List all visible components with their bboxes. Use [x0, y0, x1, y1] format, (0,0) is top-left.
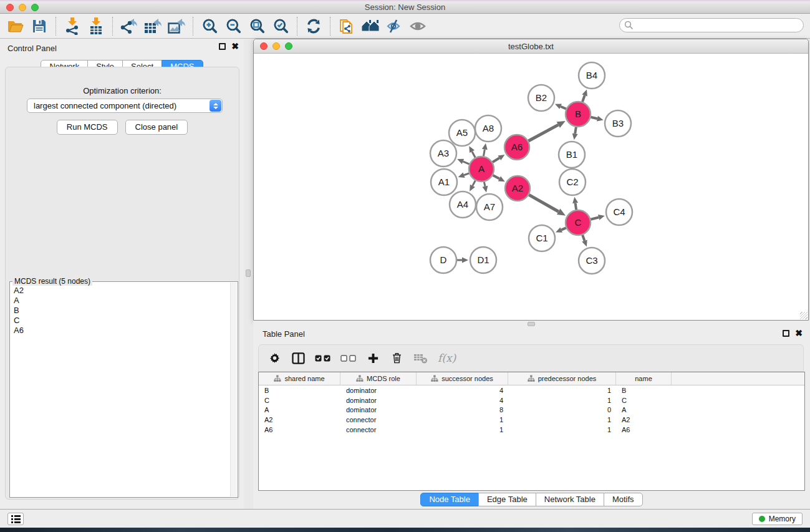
cell-successor-nodes[interactable]: 8: [417, 406, 508, 414]
add-column-button[interactable]: [366, 351, 380, 365]
cell-successor-nodes[interactable]: 1: [417, 426, 508, 433]
graph-edge-A-A8[interactable]: [484, 150, 485, 157]
minimize-view-button[interactable]: [272, 42, 280, 50]
cell-predecessor-nodes[interactable]: 1: [508, 397, 616, 404]
search-input[interactable]: [619, 18, 804, 32]
graph-edge-A-A3[interactable]: [463, 162, 469, 164]
cell-shared-name[interactable]: A2: [259, 416, 340, 423]
show-graphics-details-button[interactable]: [406, 16, 430, 37]
function-builder-button[interactable]: f(x): [438, 351, 456, 365]
hide-graphics-details-button[interactable]: [382, 16, 406, 37]
mcds-result-item[interactable]: A2: [11, 286, 229, 296]
select-all-button[interactable]: [315, 351, 330, 365]
graph-edge-C-C4[interactable]: [591, 217, 599, 219]
graph-edge-A-A7[interactable]: [484, 182, 485, 186]
import-network-button[interactable]: [60, 16, 84, 37]
graph-edge-B-B1[interactable]: [575, 127, 576, 134]
cell-name[interactable]: B: [616, 387, 672, 394]
cell-successor-nodes[interactable]: 1: [417, 416, 508, 423]
task-history-button[interactable]: [7, 513, 24, 525]
zoom-view-button[interactable]: [285, 42, 292, 50]
cell-MCDS-role[interactable]: connector: [340, 426, 417, 433]
table-row[interactable]: Bdominator41B: [259, 385, 804, 395]
export-image-button[interactable]: [165, 16, 188, 37]
splitter-handle[interactable]: [246, 269, 251, 277]
graph-edge-A-A2[interactable]: [493, 175, 499, 179]
memory-button[interactable]: Memory: [752, 513, 803, 525]
export-table-button[interactable]: [141, 16, 165, 37]
graph-edge-B-B4[interactable]: [582, 95, 585, 102]
refresh-button[interactable]: [302, 16, 325, 37]
close-window-button[interactable]: [6, 4, 14, 11]
cell-predecessor-nodes[interactable]: 1: [508, 426, 616, 433]
mcds-result-item[interactable]: C: [11, 316, 229, 326]
column-header-shared-name[interactable]: shared name: [259, 372, 340, 385]
minimize-window-button[interactable]: [19, 4, 26, 11]
zoom-selected-button[interactable]: [269, 16, 292, 37]
optimization-criterion-select[interactable]: largest connected component (directed): [27, 99, 223, 113]
float-panel-icon[interactable]: [219, 43, 226, 50]
graph-edge-A2-C[interactable]: [529, 195, 558, 211]
cell-name[interactable]: C: [616, 397, 672, 404]
graph-edge-C-C3[interactable]: [582, 235, 584, 241]
cell-shared-name[interactable]: A6: [259, 426, 340, 433]
cell-name[interactable]: A6: [616, 426, 672, 433]
open-folder-button[interactable]: [4, 16, 27, 37]
delete-column-button[interactable]: [390, 351, 403, 365]
float-panel-icon[interactable]: [783, 330, 789, 337]
zoom-window-button[interactable]: [31, 4, 39, 11]
column-header-name[interactable]: name: [616, 372, 672, 385]
table-row[interactable]: Cdominator41C: [259, 395, 804, 405]
graph-edge-C-C1[interactable]: [561, 228, 566, 230]
mcds-result-item[interactable]: A: [11, 296, 229, 306]
cell-MCDS-role[interactable]: connector: [340, 416, 417, 423]
zoom-fit-button[interactable]: [245, 16, 269, 37]
deselect-all-button[interactable]: [340, 351, 356, 365]
cell-name[interactable]: A2: [616, 416, 672, 423]
cell-name[interactable]: A: [616, 406, 672, 414]
settings-gear-button[interactable]: [268, 351, 281, 365]
graph-edge-A-A1[interactable]: [464, 173, 469, 175]
tab-motifs[interactable]: Motifs: [604, 493, 643, 506]
resize-grip[interactable]: [800, 312, 808, 319]
cell-predecessor-nodes[interactable]: 0: [508, 406, 616, 414]
table-row[interactable]: A2connector11A2: [259, 415, 804, 425]
cell-successor-nodes[interactable]: 4: [417, 387, 508, 394]
splitter-handle[interactable]: [528, 322, 535, 326]
network-canvas[interactable]: B4B2BB3A8A5A6A3B1AA1C2A2A4A7C4CC1C3DD1: [254, 54, 808, 320]
zoom-out-button[interactable]: [221, 16, 245, 37]
table-row[interactable]: Adominator80A: [259, 405, 804, 415]
vertical-splitter[interactable]: [244, 39, 253, 509]
graph-edge-B-B2[interactable]: [561, 107, 566, 109]
network-window-titlebar[interactable]: testGlobe.txt: [254, 39, 808, 54]
graph-edge-A-A4[interactable]: [473, 181, 475, 186]
tab-node-table[interactable]: Node Table: [420, 493, 479, 506]
tab-edge-table[interactable]: Edge Table: [478, 493, 536, 506]
network-document-button[interactable]: [335, 16, 359, 37]
mcds-result-item[interactable]: B: [11, 306, 229, 316]
cell-shared-name[interactable]: A: [259, 406, 340, 414]
zoom-in-button[interactable]: [198, 16, 221, 37]
close-panel-button[interactable]: Close panel: [125, 120, 188, 135]
graph-edge-B-B3[interactable]: [591, 117, 597, 118]
cell-MCDS-role[interactable]: dominator: [340, 406, 417, 414]
export-network-button[interactable]: [117, 16, 141, 37]
close-panel-icon[interactable]: ✖: [231, 43, 239, 50]
cell-MCDS-role[interactable]: dominator: [340, 387, 417, 394]
run-mcds-button[interactable]: Run MCDS: [57, 120, 118, 135]
save-session-button[interactable]: [27, 16, 51, 37]
cell-successor-nodes[interactable]: 4: [417, 397, 508, 404]
graph-edge-C-C2[interactable]: [576, 203, 576, 210]
graph-edge-A6-B[interactable]: [528, 125, 558, 141]
cell-shared-name[interactable]: B: [259, 387, 340, 394]
mcds-result-scrollbar[interactable]: [230, 283, 237, 496]
column-header-successor-nodes[interactable]: successor nodes: [417, 372, 508, 385]
graph-edge-A-A6[interactable]: [493, 158, 499, 162]
horizontal-splitter[interactable]: [253, 321, 810, 327]
table-row[interactable]: A6connector11A6: [259, 425, 804, 435]
delete-table-button[interactable]: [413, 351, 428, 365]
column-header-predecessor-nodes[interactable]: predecessor nodes: [508, 372, 616, 385]
close-view-button[interactable]: [260, 42, 268, 50]
home-button[interactable]: [359, 16, 382, 37]
column-header-MCDS-role[interactable]: MCDS role: [340, 372, 417, 385]
